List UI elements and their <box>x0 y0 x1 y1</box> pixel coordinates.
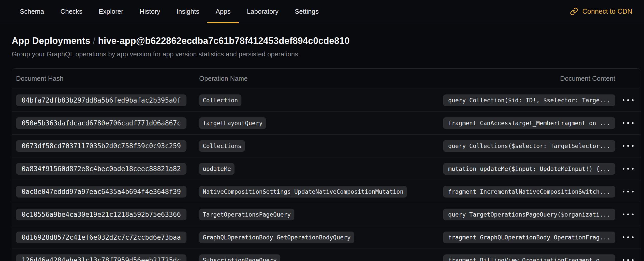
ellipsis-icon <box>623 214 634 215</box>
document-hash-value: 0ac8e047eddd97a97eac6435a4b694f4e3648f39 <box>16 186 186 198</box>
column-header-document-content: Document Content <box>560 75 615 83</box>
ellipsis-icon <box>623 259 634 261</box>
table-row: 04bfa72dfb83b297dd8a5b6fed9bafac2b395a0f… <box>12 89 641 111</box>
document-hash-value: 0c10556a9be4ca30e19e21c1218a592b75e63366 <box>16 209 186 220</box>
ellipsis-icon <box>623 145 634 147</box>
document-content-preview: query TargetOperationsPageQuery($organiz… <box>443 209 615 220</box>
ellipsis-icon <box>623 168 634 170</box>
page-subtitle: Group your GraphQL operations by app ver… <box>12 50 632 58</box>
document-hash-value: 0d16928d8572c41ef6e032d2c7c72ccbd6e73baa <box>16 232 186 243</box>
document-content-preview: fragment IncrementalNativeCompositionSwi… <box>443 186 615 198</box>
row-menu-button[interactable] <box>620 187 636 196</box>
table-row: 050e5b363dafdcacd6780e706cadf771d06a867c… <box>12 111 641 134</box>
table-header-row: Document Hash Operation Name Document Co… <box>12 69 641 89</box>
operation-name-value: TargetLayoutQuery <box>199 117 266 129</box>
connect-to-cdn-button[interactable]: Connect to CDN <box>570 0 632 23</box>
breadcrumb-separator: / <box>90 36 98 46</box>
row-menu-button[interactable] <box>620 233 636 242</box>
document-content-preview: query Collections($selector: TargetSelec… <box>443 140 615 152</box>
breadcrumb-app-name: hive-app@b622862ecdba7c61b78f412453def89… <box>98 36 350 46</box>
row-menu-button[interactable] <box>620 141 636 150</box>
table-row: 0ac8e047eddd97a97eac6435a4b694f4e3648f39… <box>12 180 641 203</box>
operation-name-value: NativeCompositionSettings_UpdateNativeCo… <box>199 186 407 198</box>
operation-name-value: updateMe <box>199 163 235 175</box>
nav-tab-insights[interactable]: Insights <box>168 0 208 23</box>
nav-tab-settings[interactable]: Settings <box>287 0 327 23</box>
nav-tab-schema[interactable]: Schema <box>12 0 52 23</box>
operation-name-value: Collection <box>199 94 241 106</box>
nav-tab-history[interactable]: History <box>131 0 168 23</box>
column-header-operation-name: Operation Name <box>199 75 440 83</box>
ellipsis-icon <box>623 99 634 101</box>
document-content-preview: mutation updateMe($input: UpdateMeInput!… <box>443 163 615 175</box>
ellipsis-icon <box>623 122 634 124</box>
operation-name-value: SubscriptionPageQuery <box>199 254 280 261</box>
row-menu-button[interactable] <box>620 210 636 219</box>
row-menu-button[interactable] <box>620 96 636 105</box>
document-hash-value: 0a834f91560d872e8c4bec0ade18ceec88821a82 <box>16 163 186 175</box>
document-hash-value: 126d46a4284abe31c13c78f7959d56eeb21725dc <box>16 254 186 261</box>
row-menu-button[interactable] <box>620 164 636 173</box>
nav-tab-checks[interactable]: Checks <box>52 0 91 23</box>
table-row: 0673df58cd7037117035b2d0c758f59c0c93c259… <box>12 134 641 157</box>
breadcrumb: App Deployments/hive-app@b622862ecdba7c6… <box>12 36 632 46</box>
operation-name-value: TargetOperationsPageQuery <box>199 209 294 220</box>
document-hash-value: 0673df58cd7037117035b2d0c758f59c0c93c259 <box>16 140 186 152</box>
operation-name-value: Collections <box>199 140 245 152</box>
connect-to-cdn-label: Connect to CDN <box>582 8 632 15</box>
row-menu-button[interactable] <box>620 119 636 127</box>
nav-tabs: Schema Checks Explorer History Insights … <box>12 0 327 23</box>
column-header-document-hash: Document Hash <box>16 75 199 83</box>
app-deployments-table: Document Hash Operation Name Document Co… <box>12 68 641 261</box>
document-hash-value: 04bfa72dfb83b297dd8a5b6fed9bafac2b395a0f <box>16 94 186 106</box>
document-content-preview: fragment CanAccessTarget_MemberFragment … <box>443 117 615 129</box>
table-row: 0a834f91560d872e8c4bec0ade18ceec88821a82… <box>12 157 641 180</box>
table-row: 0d16928d8572c41ef6e032d2c7c72ccbd6e73baa… <box>12 226 641 249</box>
operation-name-value: GraphQLOperationBody_GetOperationBodyQue… <box>199 232 354 243</box>
table-row: 0c10556a9be4ca30e19e21c1218a592b75e63366… <box>12 203 641 226</box>
ellipsis-icon <box>623 191 634 192</box>
nav-tab-explorer[interactable]: Explorer <box>91 0 131 23</box>
breadcrumb-section: App Deployments <box>12 36 90 46</box>
document-content-preview: query Collection($id: ID!, $selector: Ta… <box>443 94 615 106</box>
page-header: App Deployments/hive-app@b622862ecdba7c6… <box>0 23 644 58</box>
document-content-preview: fragment GraphQLOperationBody_OperationF… <box>443 232 615 243</box>
ellipsis-icon <box>623 236 634 238</box>
table-row: 126d46a4284abe31c13c78f7959d56eeb21725dc… <box>12 249 641 261</box>
nav-tab-laboratory[interactable]: Laboratory <box>239 0 287 23</box>
link-icon <box>570 7 578 15</box>
document-content-preview: fragment BillingView_OrganizationFragmen… <box>443 254 615 261</box>
document-hash-value: 050e5b363dafdcacd6780e706cadf771d06a867c <box>16 117 186 129</box>
nav-tab-apps[interactable]: Apps <box>207 0 239 23</box>
row-menu-button[interactable] <box>620 256 636 261</box>
top-navigation: Schema Checks Explorer History Insights … <box>0 0 644 23</box>
